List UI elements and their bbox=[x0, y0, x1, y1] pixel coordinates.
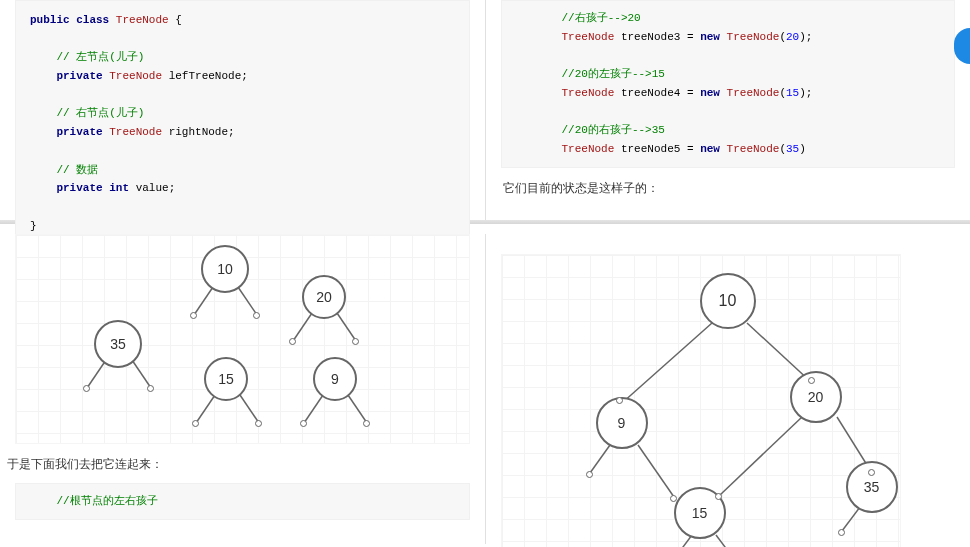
tree-node-root: 10 bbox=[700, 273, 756, 329]
code-comment: //20的右孩子-->35 bbox=[562, 124, 665, 136]
code-comment: //根节点的左右孩子 bbox=[56, 495, 157, 507]
svg-line-14 bbox=[720, 417, 802, 495]
floating-action-button[interactable] bbox=[954, 28, 970, 64]
tree-node: 20 bbox=[302, 275, 346, 319]
code-comment: // 数据 bbox=[56, 164, 98, 176]
svg-line-12 bbox=[590, 445, 610, 473]
code-comment: //右孩子-->20 bbox=[562, 12, 641, 24]
code-block-connect: //根节点的左右孩子 bbox=[15, 483, 470, 520]
tree-node: 35 bbox=[94, 320, 142, 368]
svg-line-5 bbox=[132, 360, 151, 388]
svg-line-2 bbox=[293, 313, 312, 341]
svg-line-17 bbox=[716, 535, 734, 547]
diagram-disconnected-nodes: 10 20 35 15 9 bbox=[15, 234, 470, 444]
code-comment: //20的左孩子-->15 bbox=[562, 68, 665, 80]
svg-line-0 bbox=[194, 287, 213, 315]
svg-line-18 bbox=[842, 507, 860, 531]
paragraph-state-description: 它们目前的状态是这样子的： bbox=[501, 180, 956, 197]
paragraph-connect-nodes: 于是下面我们去把它连起来： bbox=[5, 456, 470, 473]
code-block-node-instantiation: //右孩子-->20 TreeNode treeNode3 = new Tree… bbox=[501, 0, 956, 168]
tree-node: 9 bbox=[596, 397, 648, 449]
diagram-connected-tree: 10 9 20 15 35 bbox=[501, 254, 901, 547]
svg-line-1 bbox=[238, 287, 257, 315]
tree-node: 15 bbox=[204, 357, 248, 401]
tree-node: 10 bbox=[201, 245, 249, 293]
svg-line-4 bbox=[87, 360, 106, 388]
svg-line-13 bbox=[638, 445, 674, 497]
svg-line-3 bbox=[337, 313, 356, 341]
svg-line-9 bbox=[348, 395, 367, 423]
tree-node: 9 bbox=[313, 357, 357, 401]
code-block-treenode-class: public class TreeNode { // 左节点(儿子) priva… bbox=[15, 0, 470, 246]
code-comment: // 右节点(儿子) bbox=[56, 107, 144, 119]
svg-line-10 bbox=[622, 323, 712, 403]
svg-line-8 bbox=[304, 395, 323, 423]
svg-line-7 bbox=[240, 395, 259, 423]
code-comment: // 左节点(儿子) bbox=[56, 51, 144, 63]
svg-line-6 bbox=[196, 395, 215, 423]
tree-node: 20 bbox=[790, 371, 842, 423]
